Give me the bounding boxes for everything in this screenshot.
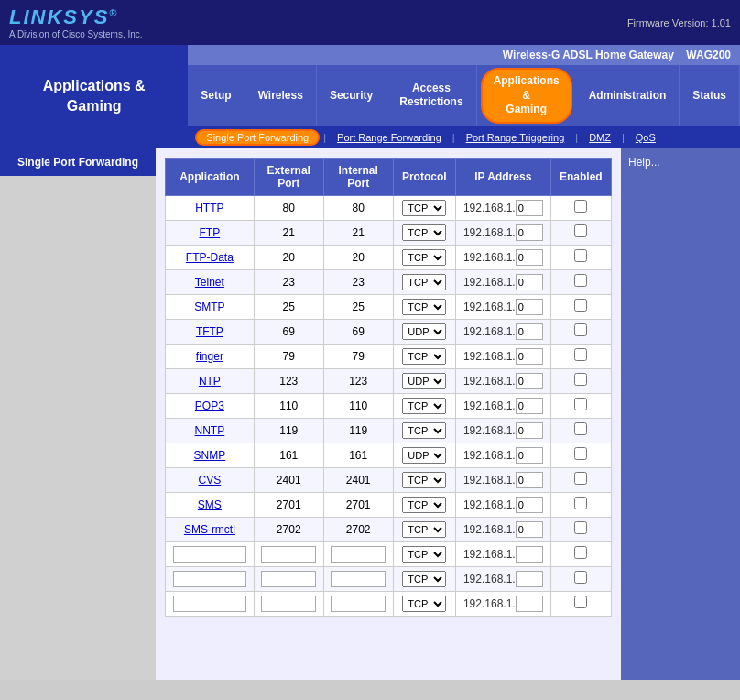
enabled-checkbox[interactable] xyxy=(574,249,587,262)
ip-last-input[interactable] xyxy=(516,200,543,216)
enabled-checkbox[interactable] xyxy=(574,200,587,213)
protocol-select[interactable]: TCPUDPBoth xyxy=(402,224,446,241)
cell-int-port xyxy=(323,591,393,616)
cell-protocol: TCPUDPBoth xyxy=(393,319,455,344)
tab-security[interactable]: Security xyxy=(317,65,386,126)
help-label: Help... xyxy=(628,156,660,169)
app-link[interactable]: FTP-Data xyxy=(186,251,234,264)
subtab-qos[interactable]: QoS xyxy=(628,130,663,145)
subtab-single[interactable]: Single Port Forwarding xyxy=(195,129,320,146)
enabled-checkbox[interactable] xyxy=(574,398,587,410)
tab-status[interactable]: Status xyxy=(680,65,740,126)
app-link[interactable]: SMTP xyxy=(194,301,224,313)
protocol-select[interactable]: TCPUDPBoth xyxy=(402,274,446,290)
app-link[interactable]: SMS xyxy=(198,498,222,511)
app-input[interactable] xyxy=(173,596,246,612)
protocol-select[interactable]: TCPUDPBoth xyxy=(402,546,446,563)
enabled-checkbox[interactable] xyxy=(574,299,587,312)
int-port-input[interactable] xyxy=(331,546,386,563)
protocol-select[interactable]: TCPUDPBoth xyxy=(402,422,446,439)
subtab-trigger[interactable]: Port Range Triggering xyxy=(459,130,572,145)
enabled-checkbox[interactable] xyxy=(574,348,587,361)
app-link[interactable]: TFTP xyxy=(196,325,223,338)
subtab-dmz[interactable]: DMZ xyxy=(582,130,618,145)
app-link[interactable]: HTTP xyxy=(195,202,223,214)
int-port-input[interactable] xyxy=(331,596,386,612)
enabled-checkbox[interactable] xyxy=(574,422,587,435)
ip-last-input[interactable] xyxy=(516,398,543,414)
app-link[interactable]: CVS xyxy=(199,474,222,487)
app-link[interactable]: POP3 xyxy=(195,399,224,412)
subtab-range[interactable]: Port Range Forwarding xyxy=(330,130,449,145)
tab-appgaming[interactable]: Applications &Gaming xyxy=(481,68,572,124)
tab-wireless[interactable]: Wireless xyxy=(245,65,317,126)
ip-prefix: 192.168.1. xyxy=(463,548,516,561)
cell-protocol: TCPUDPBoth xyxy=(393,294,455,319)
col-header-ext: ExternalPort xyxy=(254,158,323,195)
ip-last-input[interactable] xyxy=(516,249,543,266)
ip-last-input[interactable] xyxy=(516,596,543,612)
linksys-logo: LINKSYS® xyxy=(9,5,143,29)
ip-last-input[interactable] xyxy=(516,274,543,290)
enabled-checkbox[interactable] xyxy=(574,497,587,509)
protocol-select[interactable]: TCPUDPBoth xyxy=(402,571,446,587)
protocol-select[interactable]: TCPUDPBoth xyxy=(402,521,446,538)
app-link[interactable]: NNTP xyxy=(195,424,225,437)
app-link[interactable]: finger xyxy=(196,350,223,363)
enabled-checkbox[interactable] xyxy=(574,274,587,287)
protocol-select[interactable]: TCPUDPBoth xyxy=(402,348,446,365)
protocol-select[interactable]: TCPUDPBoth xyxy=(402,299,446,315)
enabled-checkbox[interactable] xyxy=(574,472,587,485)
ip-last-input[interactable] xyxy=(516,546,543,563)
tab-access[interactable]: AccessRestrictions xyxy=(386,65,476,126)
int-port-input[interactable] xyxy=(331,571,386,587)
enabled-checkbox[interactable] xyxy=(574,373,587,386)
ip-last-input[interactable] xyxy=(516,373,543,389)
protocol-select[interactable]: TCPUDPBoth xyxy=(402,200,446,216)
enabled-checkbox[interactable] xyxy=(574,323,587,336)
cell-enabled xyxy=(550,368,611,393)
enabled-checkbox[interactable] xyxy=(574,571,587,584)
app-link[interactable]: FTP xyxy=(200,226,221,239)
protocol-select[interactable]: TCPUDPBoth xyxy=(402,447,446,464)
ip-last-input[interactable] xyxy=(516,224,543,241)
ip-last-input[interactable] xyxy=(516,422,543,439)
tab-setup[interactable]: Setup xyxy=(188,65,245,126)
cell-int-port: 2702 xyxy=(323,517,393,541)
app-link[interactable]: SMS-rmctl xyxy=(184,523,235,536)
protocol-select[interactable]: TCPUDPBoth xyxy=(402,596,446,612)
enabled-checkbox[interactable] xyxy=(574,596,587,608)
table-row: NTP123123TCPUDPBoth192.168.1. xyxy=(166,368,612,393)
ip-prefix: 192.168.1. xyxy=(463,449,516,462)
protocol-select[interactable]: TCPUDPBoth xyxy=(402,323,446,340)
ip-last-input[interactable] xyxy=(516,497,543,513)
ip-last-input[interactable] xyxy=(516,521,543,538)
protocol-select[interactable]: TCPUDPBoth xyxy=(402,497,446,513)
ext-port-input[interactable] xyxy=(261,571,316,587)
enabled-checkbox[interactable] xyxy=(574,447,587,460)
top-header: LINKSYS® A Division of Cisco Systems, In… xyxy=(0,0,740,45)
protocol-select[interactable]: TCPUDPBoth xyxy=(402,472,446,488)
app-input[interactable] xyxy=(173,546,246,563)
enabled-checkbox[interactable] xyxy=(574,224,587,237)
ip-last-input[interactable] xyxy=(516,348,543,365)
ip-last-input[interactable] xyxy=(516,472,543,488)
app-link[interactable]: Telnet xyxy=(195,276,224,289)
ext-port-input[interactable] xyxy=(261,596,316,612)
protocol-select[interactable]: TCPUDPBoth xyxy=(402,398,446,414)
ip-last-input[interactable] xyxy=(516,323,543,340)
cell-ext-port xyxy=(254,591,323,616)
app-input[interactable] xyxy=(173,571,246,587)
app-link[interactable]: SNMP xyxy=(194,449,226,462)
app-link[interactable]: NTP xyxy=(199,375,221,388)
ip-last-input[interactable] xyxy=(516,299,543,315)
enabled-checkbox[interactable] xyxy=(574,521,587,534)
cell-app: NNTP xyxy=(166,418,255,443)
tab-admin[interactable]: Administration xyxy=(576,65,680,126)
protocol-select[interactable]: TCPUDPBoth xyxy=(402,373,446,389)
ext-port-input[interactable] xyxy=(261,546,316,563)
protocol-select[interactable]: TCPUDPBoth xyxy=(402,249,446,266)
enabled-checkbox[interactable] xyxy=(574,546,587,559)
ip-last-input[interactable] xyxy=(516,447,543,464)
ip-last-input[interactable] xyxy=(516,571,543,587)
